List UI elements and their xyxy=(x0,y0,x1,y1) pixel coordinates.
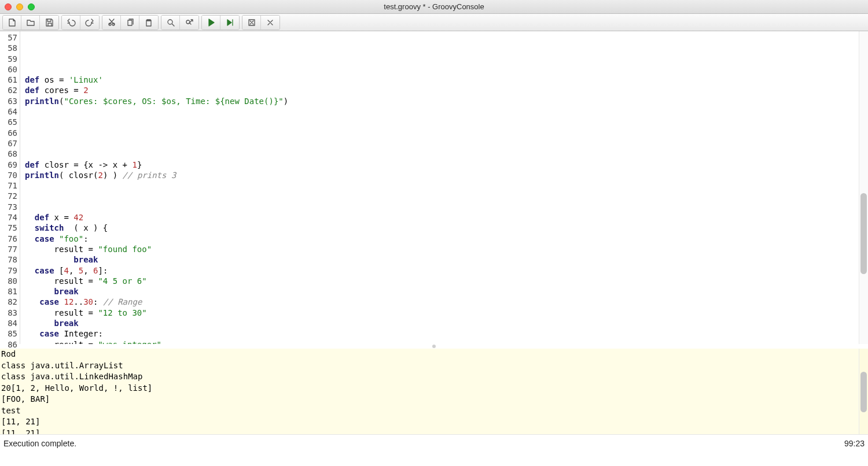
cut-icon xyxy=(107,18,116,27)
output-scrollbar-thumb[interactable] xyxy=(860,372,867,412)
undo-button[interactable] xyxy=(62,16,80,29)
find-button[interactable] xyxy=(161,16,180,29)
toolbar-group xyxy=(161,15,199,30)
replace-button[interactable] xyxy=(180,16,198,29)
save-file-button[interactable] xyxy=(40,16,58,29)
new-file-icon xyxy=(8,18,17,27)
run-selection-button[interactable] xyxy=(220,16,239,29)
splitter-handle[interactable] xyxy=(0,344,868,349)
toolbar xyxy=(0,14,868,31)
window-controls xyxy=(5,3,35,10)
undo-icon xyxy=(67,18,76,27)
zoom-window-button[interactable] xyxy=(28,3,35,10)
output-panel[interactable]: Rod class java.util.ArrayList class java… xyxy=(0,349,868,434)
grip-icon xyxy=(432,345,436,348)
copy-button[interactable] xyxy=(121,16,139,29)
status-message: Execution complete. xyxy=(3,439,76,448)
minimize-window-button[interactable] xyxy=(16,3,23,10)
paste-icon xyxy=(144,18,153,27)
toolbar-group xyxy=(61,15,100,30)
save-file-icon xyxy=(45,18,54,27)
run-icon xyxy=(207,18,216,27)
close-window-button[interactable] xyxy=(5,3,12,10)
output-scrollbar[interactable] xyxy=(859,349,868,434)
line-number-gutter: 57 58 59 60 61 62 63 64 65 66 67 68 69 7… xyxy=(0,31,20,344)
open-file-button[interactable] xyxy=(21,16,40,29)
editor-area: 57 58 59 60 61 62 63 64 65 66 67 68 69 7… xyxy=(0,31,868,344)
interrupt-icon xyxy=(266,18,275,27)
find-icon xyxy=(166,18,175,27)
replace-icon xyxy=(185,18,194,27)
caret-position: 99:23 xyxy=(844,439,865,448)
toolbar-group xyxy=(201,15,240,30)
titlebar: test.groovy * - GroovyConsole xyxy=(0,0,868,14)
interrupt-button[interactable] xyxy=(261,16,279,29)
editor-scrollbar[interactable] xyxy=(859,31,868,344)
copy-icon xyxy=(126,18,135,27)
status-bar: Execution complete. 99:23 xyxy=(0,434,868,452)
paste-button[interactable] xyxy=(139,16,158,29)
clear-output-button[interactable] xyxy=(242,16,261,29)
redo-button[interactable] xyxy=(80,16,99,29)
toolbar-group xyxy=(102,15,159,30)
clear-output-icon xyxy=(247,18,256,27)
open-file-icon xyxy=(26,18,35,27)
code-editor[interactable]: def os = 'Linux' def cores = 2 println("… xyxy=(20,31,868,344)
toolbar-group xyxy=(2,15,59,30)
cut-button[interactable] xyxy=(102,16,121,29)
toolbar-group xyxy=(242,15,280,30)
window-title: test.groovy * - GroovyConsole xyxy=(35,2,833,11)
new-file-button[interactable] xyxy=(3,16,21,29)
editor-scrollbar-thumb[interactable] xyxy=(860,193,867,274)
run-selection-icon xyxy=(225,18,234,27)
run-button[interactable] xyxy=(202,16,220,29)
output-text: Rod class java.util.ArrayList class java… xyxy=(1,349,868,434)
redo-icon xyxy=(85,18,94,27)
